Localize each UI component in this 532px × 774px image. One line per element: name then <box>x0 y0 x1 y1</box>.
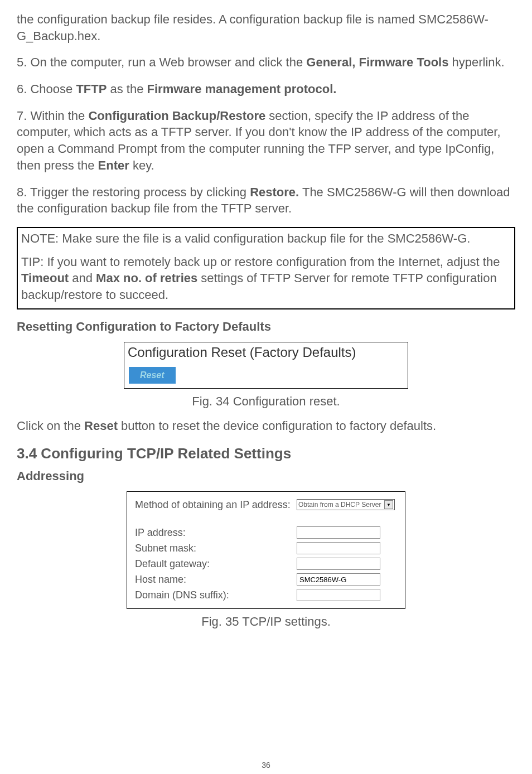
paragraph: 8. Trigger the restoring process by clic… <box>17 184 515 217</box>
form-row: Default gateway: <box>135 556 398 572</box>
text: as the <box>107 82 147 96</box>
tcpip-settings-panel: Method of obtaining an IP address: Obtai… <box>127 491 405 609</box>
text-bold: Enter <box>98 158 129 172</box>
label: Subnet mask: <box>135 543 297 554</box>
ip-address-input[interactable] <box>297 526 380 539</box>
figure-35: Method of obtaining an IP address: Obtai… <box>17 491 515 609</box>
subheading: Addressing <box>17 469 515 483</box>
text-bold: Firmware management protocol. <box>147 82 337 96</box>
section-heading: 3.4 Configuring TCP/IP Related Settings <box>17 445 515 462</box>
ip-method-select[interactable]: Obtain from a DHCP Server ▼ <box>297 499 395 510</box>
note-text: NOTE: Make sure the file is a valid conf… <box>21 230 511 247</box>
figure-caption: Fig. 35 TCP/IP settings. <box>17 615 515 629</box>
text: 7. Within the <box>17 109 88 123</box>
form-row: IP address: <box>135 525 398 540</box>
tip-text: TIP: If you want to remotely back up or … <box>21 254 511 303</box>
figure-34: Configuration Reset (Factory Defaults) R… <box>17 342 515 389</box>
form-row: Host name: <box>135 572 398 587</box>
label: Host name: <box>135 574 297 586</box>
figure-caption: Fig. 34 Configuration reset. <box>17 394 515 409</box>
paragraph: the configuration backup file resides. A… <box>17 11 515 44</box>
paragraph: 7. Within the Configuration Backup/Resto… <box>17 108 515 174</box>
text: Click on the <box>17 419 84 433</box>
page-number: 36 <box>0 761 532 770</box>
text: button to reset the device configuration… <box>118 419 436 433</box>
text-bold: Configuration Backup/Restore <box>88 109 265 123</box>
text-bold: Reset <box>84 419 118 433</box>
label: Domain (DNS suffix): <box>135 589 297 601</box>
host-name-input[interactable] <box>297 573 380 586</box>
text: hyperlink. <box>448 55 504 69</box>
text-bold: Timeout <box>21 271 69 285</box>
text: 5. On the computer, run a Web browser an… <box>17 55 306 69</box>
paragraph: 5. On the computer, run a Web browser an… <box>17 54 515 71</box>
label: Method of obtaining an IP address: <box>135 499 297 511</box>
text: key. <box>129 158 154 172</box>
text-bold: TFTP <box>76 82 107 96</box>
select-value: Obtain from a DHCP Server <box>298 501 381 509</box>
form-row: Subnet mask: <box>135 540 398 556</box>
text: and <box>69 271 96 285</box>
text: 8. Trigger the restoring process by clic… <box>17 185 250 199</box>
text: TIP: If you want to remotely back up or … <box>21 255 500 269</box>
subnet-mask-input[interactable] <box>297 542 380 554</box>
paragraph: 6. Choose TFTP as the Firmware managemen… <box>17 81 515 98</box>
note-box: NOTE: Make sure the file is a valid conf… <box>17 227 515 309</box>
form-row: Domain (DNS suffix): <box>135 587 398 603</box>
default-gateway-input[interactable] <box>297 558 380 570</box>
text-bold: Max no. of retries <box>96 271 197 285</box>
paragraph: Click on the Reset button to reset the d… <box>17 418 515 434</box>
text-bold: General, Firmware Tools <box>306 55 448 69</box>
chevron-down-icon: ▼ <box>384 500 393 509</box>
subheading: Resetting Configuration to Factory Defau… <box>17 320 515 334</box>
domain-suffix-input[interactable] <box>297 589 380 601</box>
text: 6. Choose <box>17 82 76 96</box>
form-row: Method of obtaining an IP address: Obtai… <box>135 497 398 512</box>
panel-title: Configuration Reset (Factory Defaults) <box>124 342 408 365</box>
label: Default gateway: <box>135 558 297 570</box>
reset-button[interactable]: Reset <box>129 367 176 384</box>
text-bold: Restore. <box>250 185 299 199</box>
config-reset-panel: Configuration Reset (Factory Defaults) R… <box>124 342 408 389</box>
label: IP address: <box>135 527 297 539</box>
